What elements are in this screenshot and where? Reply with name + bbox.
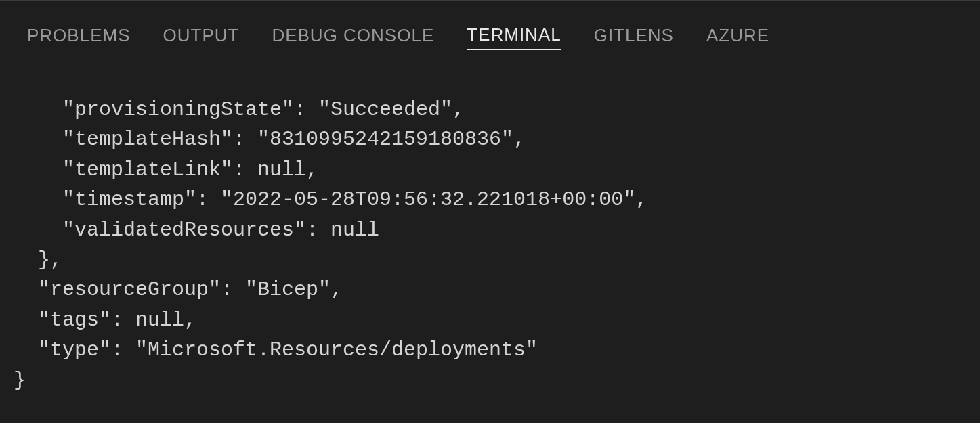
tab-gitlens[interactable]: GITLENS bbox=[594, 25, 674, 50]
terminal-line: }, bbox=[14, 245, 966, 275]
tab-azure[interactable]: AZURE bbox=[706, 25, 769, 50]
tab-terminal[interactable]: TERMINAL bbox=[467, 24, 561, 50]
terminal-line: "tags": null, bbox=[14, 305, 966, 335]
terminal-line: "resourceGroup": "Bicep", bbox=[14, 275, 966, 305]
terminal-line: "type": "Microsoft.Resources/deployments… bbox=[14, 335, 966, 365]
tab-problems[interactable]: PROBLEMS bbox=[27, 25, 131, 50]
terminal-line: "provisioningState": "Succeeded", bbox=[14, 95, 966, 125]
terminal-line: "templateLink": null, bbox=[14, 155, 966, 185]
tab-debug-console[interactable]: DEBUG CONSOLE bbox=[272, 25, 434, 50]
terminal-line: "validatedResources": null bbox=[14, 215, 966, 245]
panel-tab-bar: PROBLEMS OUTPUT DEBUG CONSOLE TERMINAL G… bbox=[0, 4, 980, 62]
terminal-output[interactable]: "provisioningState": "Succeeded", "templ… bbox=[0, 62, 980, 395]
terminal-line: } bbox=[14, 365, 966, 395]
terminal-line: "templateHash": "8310995242159180836", bbox=[14, 125, 966, 154]
terminal-line: "timestamp": "2022-05-28T09:56:32.221018… bbox=[14, 185, 966, 215]
tab-output[interactable]: OUTPUT bbox=[163, 25, 240, 50]
